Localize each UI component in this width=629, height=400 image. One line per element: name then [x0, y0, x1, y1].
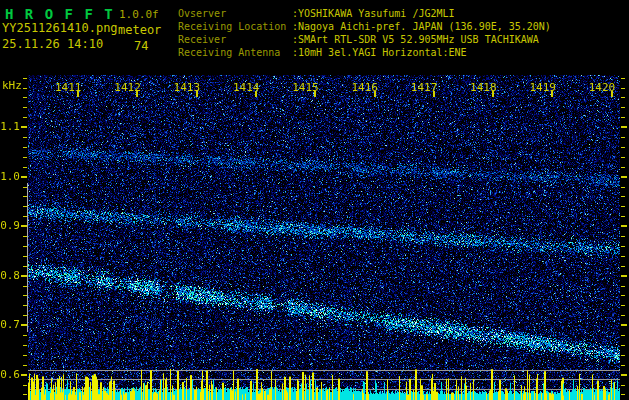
station-info-row: Receiving Antenna:10mH 3el.YAGI Horizont… — [178, 46, 551, 59]
x-tick-label: 1416 — [352, 81, 379, 94]
station-info-label: Receiver — [178, 33, 292, 46]
station-info-row: Receiving Location:Nagoya Aichi-pref. JA… — [178, 20, 551, 33]
station-info-value: :Nagoya Aichi-pref. JAPAN (136.90E, 35.2… — [292, 21, 551, 32]
y-tick-label: 1.1 — [0, 121, 20, 133]
app-title: H R O F F T — [5, 6, 114, 22]
y-tick-label: 0.7 — [0, 319, 20, 331]
y-tick-label: 0.6 — [0, 369, 20, 381]
echo-count: 74 — [134, 39, 148, 53]
x-tick-label: 1420 — [589, 81, 616, 94]
hrofft-screen: H R O F F T 1.0.0f YY2511261410.png mete… — [0, 0, 629, 400]
station-info-value: :SMArt RTL-SDR V5 52.905MHz USB TACHIKAW… — [292, 34, 539, 45]
output-filename: YY2511261410.png — [2, 21, 118, 35]
x-tick-label: 1418 — [470, 81, 497, 94]
y-axis-unit-label: kHz — [2, 79, 22, 92]
x-tick-label: 1417 — [411, 81, 438, 94]
spectrogram-canvas — [0, 75, 629, 400]
mode-label: meteor — [118, 23, 161, 37]
x-tick-label: 1419 — [529, 81, 556, 94]
station-info-label: Ovserver — [178, 7, 292, 20]
x-tick-label: 1414 — [233, 81, 260, 94]
timestamp: 25.11.26 14:10 — [2, 37, 103, 51]
y-tick-label: 0.8 — [0, 270, 20, 282]
y-tick-label: 0.9 — [0, 220, 20, 232]
station-info-value: :YOSHIKAWA Yasufumi /JG2MLI — [292, 8, 455, 19]
x-tick-label: 1412 — [114, 81, 141, 94]
station-info-row: Receiver:SMArt RTL-SDR V5 52.905MHz USB … — [178, 33, 551, 46]
app-version: 1.0.0f — [119, 8, 159, 21]
station-info-row: Ovserver:YOSHIKAWA Yasufumi /JG2MLI — [178, 7, 551, 20]
x-tick-label: 1413 — [174, 81, 201, 94]
y-tick-label: 1.0 — [0, 171, 20, 183]
station-info-label: Receiving Antenna — [178, 46, 292, 59]
x-tick-label: 1415 — [292, 81, 319, 94]
station-info-value: :10mH 3el.YAGI Horizontal:ENE — [292, 47, 467, 58]
x-tick-label: 1411 — [55, 81, 82, 94]
station-info: Ovserver:YOSHIKAWA Yasufumi /JG2MLIRecei… — [178, 7, 551, 59]
station-info-label: Receiving Location — [178, 20, 292, 33]
